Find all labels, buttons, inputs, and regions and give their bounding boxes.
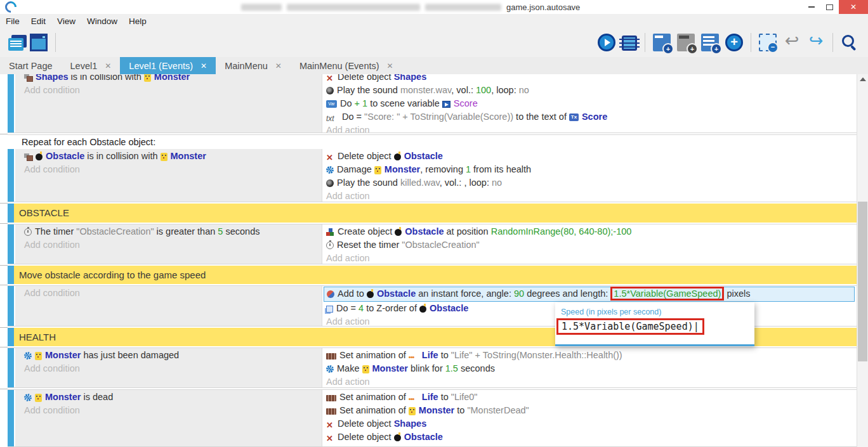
condition-row[interactable]: Monster is dead: [22, 391, 322, 404]
expression-input[interactable]: 1.5*Variable(GameSpeed)|: [555, 318, 754, 335]
menu-file[interactable]: File: [0, 16, 25, 26]
menu-view[interactable]: View: [51, 16, 81, 26]
text-segment: blink for: [408, 363, 445, 373]
close-tab-icon[interactable]: [105, 62, 111, 70]
undo-icon[interactable]: [783, 34, 801, 51]
maximize-button[interactable]: [820, 0, 839, 14]
text-segment: Delete object: [338, 74, 394, 82]
window-title-text: game.json.autosave: [506, 3, 580, 12]
monster-icon: [409, 407, 416, 415]
tab-level1[interactable]: Level1: [62, 57, 121, 74]
gutter-tick: [0, 327, 8, 328]
close-tab-icon[interactable]: [387, 62, 393, 70]
comment-obstacle[interactable]: OBSTACLE: [8, 204, 857, 223]
search-icon[interactable]: [841, 34, 858, 51]
text-segment: to: [438, 350, 451, 360]
scrollbar-up-arrow[interactable]: [860, 77, 866, 81]
text-segment: Score: [454, 98, 478, 108]
add-condition[interactable]: Add condition: [22, 163, 322, 176]
vertical-scrollbar: [857, 74, 868, 447]
add-action[interactable]: Add action: [324, 190, 857, 202]
text-segment: RandomInRange(80, 640-80);-100: [491, 226, 632, 236]
add-action[interactable]: Add action: [324, 252, 857, 264]
close-tab-icon[interactable]: [275, 62, 282, 70]
add-comment-icon[interactable]: [701, 34, 719, 51]
text-segment: an instant force, angle:: [416, 288, 514, 299]
animation-icon: [326, 408, 336, 415]
tab-mainmenu-events[interactable]: MainMenu (Events): [291, 57, 402, 74]
add-condition[interactable]: Add condition: [22, 404, 322, 417]
add-condition[interactable]: Add condition: [22, 287, 322, 300]
action-row[interactable]: Set animation of Life to "Life0": [324, 391, 857, 404]
text-segment: Monster: [45, 350, 81, 360]
action-row[interactable]: Do + 1 to scene variable Score: [324, 97, 857, 110]
condition-row[interactable]: Monster has just been damaged: [22, 349, 322, 362]
condition-row[interactable]: Shapes is in collision with Monster: [22, 74, 322, 84]
add-action[interactable]: Add action: [324, 124, 857, 133]
gear-icon: [24, 394, 32, 401]
action-row[interactable]: Set animation of Life to "Life" + ToStri…: [324, 349, 857, 362]
menu-help[interactable]: Help: [123, 16, 152, 26]
bomb-icon: [367, 291, 374, 298]
add-action[interactable]: Add action: [324, 375, 857, 388]
menu-window[interactable]: Window: [81, 16, 123, 26]
scrollbar-thumb[interactable]: [858, 202, 867, 361]
add-new-icon[interactable]: [725, 34, 743, 51]
action-row[interactable]: Create object Obstacle at position Rando…: [324, 225, 857, 238]
action-row[interactable]: Delete object Obstacle: [324, 431, 857, 444]
action-row[interactable]: Play the sound killed.wav, vol.: , loop:…: [324, 176, 857, 190]
add-subevent-icon[interactable]: [677, 34, 695, 51]
action-row[interactable]: Damage Monster, removing 1 from its heal…: [324, 163, 857, 176]
text-segment: 90: [514, 288, 524, 299]
text-segment: Damage: [337, 164, 374, 174]
action-row[interactable]: Play the sound monster.wav, vol.: 100, l…: [324, 84, 857, 97]
bomb-icon: [394, 434, 401, 441]
action-row[interactable]: Delete object Shapes: [324, 417, 857, 431]
text-segment: , removing: [420, 164, 466, 174]
text-segment: to the text of: [513, 112, 569, 122]
play-icon[interactable]: [598, 34, 615, 51]
delete-icon: [326, 151, 334, 163]
text-segment: 1.5*Variable(GameSpeed): [610, 287, 724, 301]
text-segment: Obstacle: [404, 432, 443, 442]
toolbar: [0, 28, 868, 57]
add-event-icon[interactable]: [653, 34, 671, 51]
force-icon: [327, 290, 334, 298]
remove-selection-icon[interactable]: [759, 34, 777, 51]
gear-icon: [326, 166, 334, 174]
bomb-icon: [36, 153, 43, 160]
debug-icon[interactable]: [622, 36, 637, 51]
condition-row[interactable]: The timer "ObstacleCreation" is greater …: [22, 225, 322, 238]
variable-icon: [326, 100, 337, 108]
add-condition[interactable]: Add condition: [22, 238, 322, 252]
action-row[interactable]: Delete object Shapes: [324, 74, 857, 84]
collision-icon: [24, 74, 32, 81]
action-row-selected[interactable]: Add to Obstacle an instant force, angle:…: [324, 287, 855, 302]
comment-move-obstacle[interactable]: Move obstacle according to the game spee…: [8, 266, 857, 284]
text-segment: The timer: [35, 226, 76, 236]
action-row[interactable]: Do = "Score: " + ToString(Variable(Score…: [324, 110, 857, 124]
redacted-title-segment: [425, 4, 501, 11]
tab-start-page[interactable]: Start Page: [0, 57, 62, 74]
redo-icon[interactable]: [807, 34, 825, 51]
bomb-icon: [395, 229, 402, 236]
action-row[interactable]: Make Monster blink for 1.5 seconds: [324, 362, 857, 375]
add-condition[interactable]: Add condition: [22, 362, 322, 375]
monster-icon: [374, 166, 381, 174]
menu-edit[interactable]: Edit: [25, 16, 51, 26]
tab-level1-events[interactable]: Level1 (Events): [120, 57, 216, 74]
menu-bar: File Edit View Window Help: [0, 14, 868, 28]
condition-row[interactable]: Obstacle is in collision with Monster: [22, 150, 322, 163]
action-row[interactable]: Delete object Obstacle: [324, 150, 857, 163]
preview-window-icon[interactable]: [30, 34, 48, 51]
repeat-event-header[interactable]: Repeat for each Obstacle object:: [8, 135, 857, 149]
project-manager-icon[interactable]: [8, 38, 23, 51]
gutter-tick: [0, 223, 8, 224]
tab-mainmenu[interactable]: MainMenu: [216, 57, 291, 74]
close-tab-icon[interactable]: [201, 62, 207, 70]
action-row[interactable]: Reset the timer "ObstacleCreation": [324, 238, 857, 252]
minimize-button[interactable]: [802, 0, 820, 14]
close-button[interactable]: [839, 0, 868, 14]
add-condition[interactable]: Add condition: [22, 84, 322, 97]
action-row[interactable]: Set animation of Monster to "MonsterDead…: [324, 404, 857, 417]
